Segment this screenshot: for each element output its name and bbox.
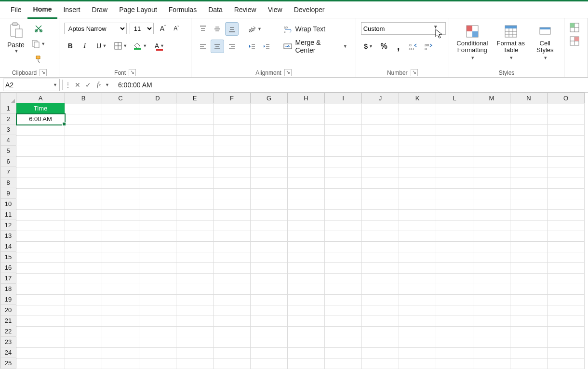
row-header-23[interactable]: 23 — [0, 337, 16, 347]
cell-B25[interactable] — [65, 358, 102, 369]
row-header-2[interactable]: 2 — [0, 114, 16, 124]
cell-L20[interactable] — [436, 305, 473, 316]
cell-G15[interactable] — [251, 252, 288, 263]
cell-C21[interactable] — [102, 316, 139, 327]
cell-A13[interactable] — [16, 231, 65, 242]
cell-N4[interactable] — [510, 135, 548, 146]
cell-I7[interactable] — [325, 167, 362, 178]
cell-H16[interactable] — [288, 262, 325, 274]
cell-N14[interactable] — [510, 241, 548, 252]
cell-F14[interactable] — [214, 241, 251, 252]
row-header-20[interactable]: 20 — [0, 305, 16, 316]
row-header-22[interactable]: 22 — [0, 326, 16, 337]
cell-D4[interactable] — [139, 135, 176, 146]
align-center-button[interactable] — [211, 40, 224, 53]
align-left-button[interactable] — [196, 40, 210, 53]
cell-K21[interactable] — [399, 316, 436, 327]
cell-E10[interactable] — [176, 199, 214, 210]
cell-D23[interactable] — [139, 337, 176, 348]
cell-F9[interactable] — [214, 188, 251, 199]
cell-M16[interactable] — [473, 262, 510, 274]
cell-B21[interactable] — [65, 316, 102, 327]
cell-I5[interactable] — [325, 146, 362, 157]
cell-L24[interactable] — [436, 347, 473, 358]
cell-J11[interactable] — [362, 209, 399, 221]
cell-O21[interactable] — [548, 316, 585, 327]
borders-button[interactable]: ▼ — [112, 40, 130, 52]
cell-E16[interactable] — [176, 262, 214, 274]
row-header-19[interactable]: 19 — [0, 294, 16, 305]
cell-D5[interactable] — [139, 146, 176, 157]
cell-D2[interactable] — [139, 114, 176, 125]
cell-N24[interactable] — [510, 347, 548, 358]
cell-A19[interactable] — [16, 294, 65, 305]
cell-B23[interactable] — [65, 337, 102, 348]
cell-D24[interactable] — [139, 347, 176, 358]
decrease-indent-button[interactable] — [245, 40, 259, 53]
cell-C24[interactable] — [102, 347, 139, 358]
column-header-J[interactable]: J — [362, 93, 399, 104]
cell-N6[interactable] — [510, 156, 548, 167]
cell-F12[interactable] — [214, 220, 251, 231]
cell-E24[interactable] — [176, 347, 214, 358]
row-header-10[interactable]: 10 — [0, 199, 16, 209]
tab-view[interactable]: View — [262, 1, 288, 18]
cell-C10[interactable] — [102, 199, 139, 210]
cell-K3[interactable] — [399, 124, 436, 136]
cell-G18[interactable] — [251, 284, 288, 295]
cell-O11[interactable] — [548, 209, 585, 221]
cell-A4[interactable] — [16, 135, 65, 146]
cell-D3[interactable] — [139, 124, 176, 136]
cell-M15[interactable] — [473, 252, 510, 263]
cell-O18[interactable] — [548, 284, 585, 295]
cell-O4[interactable] — [548, 135, 585, 146]
column-header-I[interactable]: I — [325, 93, 362, 104]
cell-A1[interactable]: Time — [16, 103, 65, 114]
cell-H14[interactable] — [288, 241, 325, 252]
cell-B17[interactable] — [65, 273, 102, 284]
cell-B1[interactable] — [65, 103, 102, 114]
cell-E25[interactable] — [176, 358, 214, 369]
cell-K12[interactable] — [399, 220, 436, 231]
cell-C17[interactable] — [102, 273, 139, 284]
cell-O14[interactable] — [548, 241, 585, 252]
cell-E6[interactable] — [176, 156, 214, 167]
cell-M10[interactable] — [473, 199, 510, 210]
cell-G3[interactable] — [251, 124, 288, 136]
cell-J17[interactable] — [362, 273, 399, 284]
cell-A6[interactable] — [16, 156, 65, 167]
cell-A10[interactable] — [16, 199, 65, 210]
cell-E19[interactable] — [176, 294, 214, 305]
cell-J1[interactable] — [362, 103, 399, 114]
cell-M13[interactable] — [473, 231, 510, 242]
cell-L6[interactable] — [436, 156, 473, 167]
cell-I1[interactable] — [325, 103, 362, 114]
conditional-formatting-button[interactable]: Conditional Formatting▼ — [454, 22, 491, 63]
cell-I23[interactable] — [325, 337, 362, 348]
cell-J9[interactable] — [362, 188, 399, 199]
cell-styles-button[interactable]: Cell Styles▼ — [531, 22, 559, 63]
column-header-B[interactable]: B — [65, 93, 102, 104]
cell-K20[interactable] — [399, 305, 436, 316]
cell-N18[interactable] — [510, 284, 548, 295]
cell-H7[interactable] — [288, 167, 325, 178]
cell-M6[interactable] — [473, 156, 510, 167]
accounting-format-button[interactable]: $▼ — [361, 40, 376, 53]
cell-H20[interactable] — [288, 305, 325, 316]
cell-F7[interactable] — [214, 167, 251, 178]
font-color-button[interactable]: A▼ — [151, 40, 168, 52]
cell-H5[interactable] — [288, 146, 325, 157]
row-header-11[interactable]: 11 — [0, 209, 16, 220]
cell-M1[interactable] — [473, 103, 510, 114]
cell-K9[interactable] — [399, 188, 436, 199]
cell-B18[interactable] — [65, 284, 102, 295]
row-header-9[interactable]: 9 — [0, 188, 16, 199]
cell-I3[interactable] — [325, 124, 362, 136]
cell-B16[interactable] — [65, 262, 102, 274]
cell-G10[interactable] — [251, 199, 288, 210]
cell-H8[interactable] — [288, 178, 325, 189]
wrap-text-button[interactable]: abc Wrap Text — [280, 22, 329, 36]
paste-button[interactable]: Paste ▼ — [5, 41, 27, 54]
cell-C4[interactable] — [102, 135, 139, 146]
cell-A5[interactable] — [16, 146, 65, 157]
